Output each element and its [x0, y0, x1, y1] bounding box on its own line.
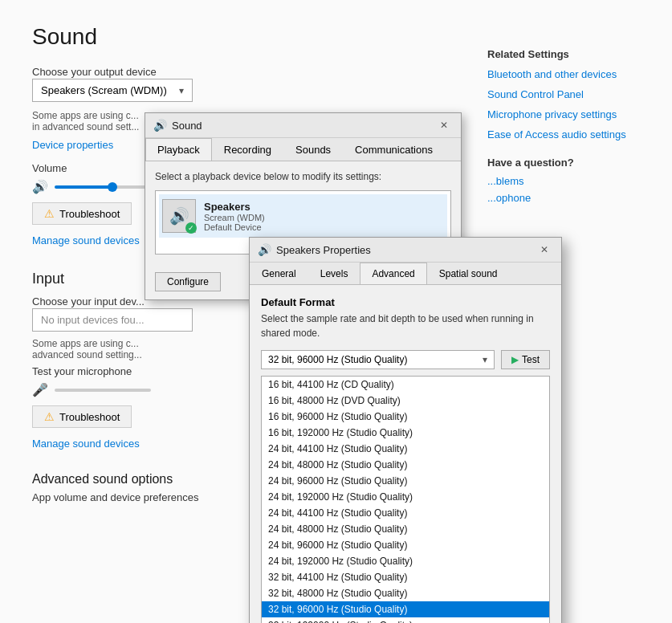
- option-8[interactable]: 24 bit, 44100 Hz (Studio Quality): [262, 505, 549, 521]
- format-options-list: 16 bit, 44100 Hz (CD Quality) 16 bit, 48…: [261, 376, 550, 623]
- option-2[interactable]: 16 bit, 96000 Hz (Studio Quality): [262, 409, 549, 425]
- props-section-title: Default Format: [261, 296, 550, 308]
- option-7[interactable]: 24 bit, 192000 Hz (Studio Quality): [262, 489, 549, 505]
- input-helper-text: Some apps are using c...advanced sound s…: [32, 338, 169, 360]
- chevron-down-icon: ▾: [179, 85, 184, 96]
- sound-dialog-close-button[interactable]: ✕: [435, 118, 453, 132]
- props-dialog-title: 🔊 Speakers Properties: [258, 243, 371, 256]
- option-0[interactable]: 16 bit, 44100 Hz (CD Quality): [262, 377, 549, 393]
- volume-icon: 🔊: [32, 179, 48, 194]
- tab-advanced[interactable]: Advanced: [360, 263, 426, 284]
- question-link-2[interactable]: ...ophone: [487, 192, 648, 204]
- question-link-1[interactable]: ...blems: [487, 175, 648, 187]
- dialog-instruction: Select a playback device below to modify…: [155, 171, 451, 182]
- troubleshoot-label: Troubleshoot: [59, 208, 120, 220]
- sound-dialog-icon: 🔊: [153, 119, 167, 132]
- tab-spatial-sound[interactable]: Spatial sound: [427, 263, 510, 284]
- option-13[interactable]: 32 bit, 48000 Hz (Studio Quality): [262, 585, 549, 601]
- play-icon: ▶: [511, 354, 519, 365]
- option-3[interactable]: 16 bit, 192000 Hz (Studio Quality): [262, 425, 549, 441]
- output-label: Choose your output device: [32, 66, 157, 78]
- option-14[interactable]: 32 bit, 96000 Hz (Studio Quality): [262, 601, 549, 617]
- troubleshoot-button[interactable]: ⚠ Troubleshoot: [32, 202, 132, 225]
- warning-icon: ⚠: [44, 207, 55, 220]
- test-btn-label: Test: [522, 354, 540, 365]
- output-device-value: Speakers (Scream (WDM)): [41, 84, 167, 96]
- speakers-props-dialog: 🔊 Speakers Properties ✕ General Levels A…: [249, 237, 562, 623]
- no-input-text: No input devices fou...: [41, 314, 145, 326]
- option-12[interactable]: 32 bit, 44100 Hz (Studio Quality): [262, 569, 549, 585]
- sound-control-panel-link[interactable]: Sound Control Panel: [487, 88, 648, 100]
- volume-slider[interactable]: [55, 185, 151, 189]
- props-dialog-body: Default Format Select the sample rate an…: [250, 285, 561, 623]
- sound-dialog-titlebar: 🔊 Sound ✕: [145, 113, 461, 138]
- slider-thumb: [108, 182, 117, 192]
- props-dialog-close-button[interactable]: ✕: [536, 242, 553, 257]
- no-input-box: No input devices fou...: [32, 308, 193, 332]
- format-chevron-icon: ▾: [483, 354, 487, 365]
- configure-button[interactable]: Configure: [155, 272, 221, 291]
- page-title: Sound: [32, 24, 640, 50]
- bluetooth-link[interactable]: Bluetooth and other devices: [487, 68, 648, 80]
- format-selected: 32 bit, 96000 Hz (Studio Quality): [268, 354, 407, 365]
- device-properties-link[interactable]: Device properties: [32, 139, 113, 151]
- tab-recording[interactable]: Recording: [212, 138, 283, 161]
- input-label: Choose your input dev...: [32, 295, 145, 307]
- manage-sound-devices-link[interactable]: Manage sound devices: [32, 234, 140, 246]
- option-1[interactable]: 16 bit, 48000 Hz (DVD Quality): [262, 393, 549, 409]
- option-4[interactable]: 24 bit, 44100 Hz (Studio Quality): [262, 441, 549, 457]
- device-icon: 🔊 ✓: [162, 199, 196, 233]
- device-item: 🔊 ✓ Speakers Scream (WDM) Default Device: [159, 194, 447, 238]
- test-button[interactable]: ▶ Test: [501, 350, 550, 369]
- option-6[interactable]: 24 bit, 96000 Hz (Studio Quality): [262, 473, 549, 489]
- related-settings: Related Settings Bluetooth and other dev…: [487, 48, 648, 209]
- device-info: Speakers Scream (WDM) Default Device: [204, 201, 425, 232]
- mic-privacy-link[interactable]: Microphone privacy settings: [487, 108, 648, 120]
- option-11[interactable]: 24 bit, 192000 Hz (Studio Quality): [262, 553, 549, 569]
- check-icon: ✓: [185, 222, 197, 234]
- device-sub2: Default Device: [204, 222, 425, 232]
- option-9[interactable]: 24 bit, 48000 Hz (Studio Quality): [262, 521, 549, 537]
- option-5[interactable]: 24 bit, 48000 Hz (Studio Quality): [262, 457, 549, 473]
- format-row: 32 bit, 96000 Hz (Studio Quality) ▾ ▶ Te…: [261, 350, 550, 369]
- input-troubleshoot-button[interactable]: ⚠ Troubleshoot: [32, 405, 132, 428]
- related-settings-title: Related Settings: [487, 48, 648, 60]
- warning-icon-2: ⚠: [44, 410, 55, 423]
- input-troubleshoot-label: Troubleshoot: [59, 411, 120, 423]
- mic-slider[interactable]: [55, 389, 151, 392]
- sound-dialog-tabs: Playback Recording Sounds Communications: [145, 138, 461, 161]
- tab-playback[interactable]: Playback: [145, 138, 212, 161]
- device-name: Speakers: [204, 201, 425, 213]
- have-question-label: Have a question?: [487, 157, 648, 169]
- option-10[interactable]: 24 bit, 96000 Hz (Studio Quality): [262, 537, 549, 553]
- option-15[interactable]: 32 bit, 192000 Hz (Studio Quality): [262, 617, 549, 623]
- format-dropdown[interactable]: 32 bit, 96000 Hz (Studio Quality) ▾: [261, 350, 495, 369]
- tab-sounds[interactable]: Sounds: [283, 138, 343, 161]
- props-dialog-tabs: General Levels Advanced Spatial sound: [250, 263, 561, 285]
- tab-general[interactable]: General: [250, 263, 308, 284]
- output-device-dropdown[interactable]: Speakers (Scream (WDM)) ▾: [32, 79, 193, 102]
- props-dialog-icon: 🔊: [258, 243, 271, 256]
- ease-access-link[interactable]: Ease of Access audio settings: [487, 128, 648, 140]
- manage-sound-devices-link-2[interactable]: Manage sound devices: [32, 438, 140, 450]
- tab-communications[interactable]: Communications: [343, 138, 445, 161]
- props-dialog-titlebar: 🔊 Speakers Properties ✕: [250, 238, 561, 263]
- tab-levels[interactable]: Levels: [308, 263, 360, 284]
- sound-dialog-title: 🔊 Sound: [153, 119, 202, 132]
- microphone-icon: 🎤: [32, 382, 48, 397]
- advanced-sub: App volume and device preferences: [32, 491, 198, 503]
- device-sub1: Scream (WDM): [204, 213, 425, 222]
- props-section-desc: Select the sample rate and bit depth to …: [261, 312, 534, 340]
